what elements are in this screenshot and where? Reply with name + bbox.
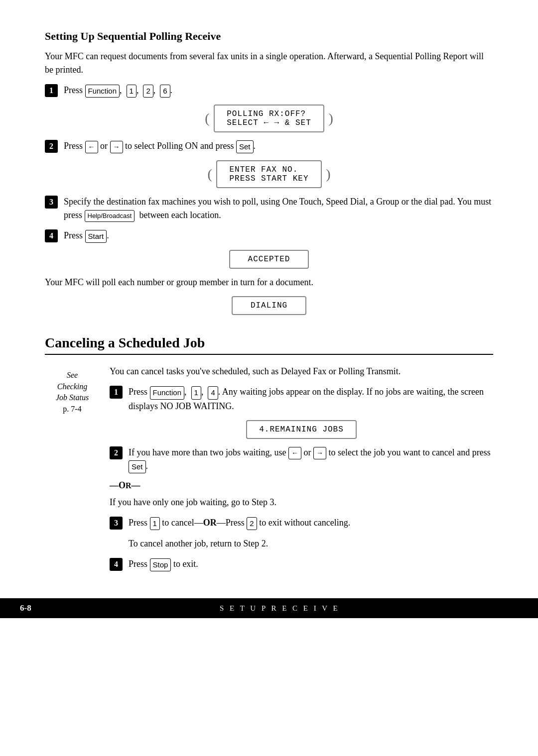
sidebar-see: See [67, 371, 78, 379]
cancel-step-1: 1 Press Function, 1, 4. Any waiting jobs… [110, 385, 493, 413]
key-1b[interactable]: 1 [191, 386, 201, 400]
cancel-step-4-content: Press Stop to exit. [129, 557, 493, 571]
step-2-polling: 2 Press ← or → to select Polling ON and … [45, 139, 493, 153]
key-2[interactable]: 2 [143, 85, 153, 98]
section-sequential-polling: Setting Up Sequential Polling Receive Yo… [45, 30, 493, 315]
step-3-content: Specify the destination fax machines you… [64, 195, 493, 222]
left-arrow-key[interactable]: ← [85, 141, 98, 153]
lcd-dialing-text: DIALING [251, 301, 287, 310]
start-key[interactable]: Start [85, 230, 107, 243]
step-3-polling: 3 Specify the destination fax machines y… [45, 195, 493, 222]
cancel-note: To cancel another job, return to Step 2. [129, 537, 493, 550]
cancel-step-3-content: Press 1 to cancel—OR—Press 2 to exit wit… [129, 516, 493, 530]
step-2-content: Press ← or → to select Polling ON and pr… [64, 139, 493, 153]
function-key[interactable]: Function [85, 85, 120, 98]
cancel-step-2-content: If you have more than two jobs waiting, … [129, 446, 493, 474]
key-1[interactable]: 1 [127, 85, 136, 98]
lcd-remaining-jobs-display: 4.REMAINING JOBS [246, 420, 357, 439]
key-6[interactable]: 6 [160, 85, 170, 98]
or-label: —OR— [110, 480, 493, 491]
cancel-step-4: 4 Press Stop to exit. [110, 557, 493, 571]
key-1c[interactable]: 1 [150, 517, 160, 531]
cancel-step-3: 3 Press 1 to cancel—OR—Press 2 to exit w… [110, 516, 493, 530]
or-text: If you have only one job waiting, go to … [110, 496, 493, 509]
lcd-line-4: PRESS START KEY [229, 174, 308, 183]
right-arrow-key[interactable]: → [110, 141, 123, 153]
step-num-1: 1 [45, 84, 58, 97]
step-1-content: Press Function, 1, 2, 6. [64, 84, 493, 98]
canceling-intro: You can cancel tasks you've scheduled, s… [110, 365, 493, 378]
step-num-2: 2 [45, 140, 58, 153]
section-title-polling: Setting Up Sequential Polling Receive [45, 30, 493, 43]
page-content: Setting Up Sequential Polling Receive Yo… [0, 0, 538, 618]
cancel-step-num-1: 1 [110, 386, 123, 399]
section-intro-polling: Your MFC can request documents from seve… [45, 50, 493, 77]
lcd-accepted: ACCEPTED [45, 250, 493, 269]
lcd-enter-fax: ( ) ENTER FAX NO. PRESS START KEY [45, 160, 493, 188]
step-4-polling: 4 Press Start. [45, 229, 493, 243]
step-1-polling: 1 Press Function, 1, 2, 6. [45, 84, 493, 98]
key-4[interactable]: 4 [208, 386, 218, 400]
step-4-content: Press Start. [64, 229, 493, 243]
lcd-polling-rx: ( ) POLLING RX:OFF? SELECT ← → & SET [45, 105, 493, 132]
lcd-accepted-text: ACCEPTED [248, 255, 290, 264]
key-2b[interactable]: 2 [247, 517, 257, 531]
left-arrow-key-2[interactable]: ← [288, 447, 301, 459]
lcd-remaining-jobs-text: 4.REMAINING JOBS [259, 425, 344, 434]
lcd-line-3: ENTER FAX NO. [229, 165, 308, 174]
lcd-line-1: POLLING RX:OFF? [227, 109, 311, 118]
stop-key[interactable]: Stop [150, 558, 171, 572]
sidebar-note: See Checking Job Status p. 7-4 [45, 370, 100, 415]
cancel-step-num-3: 3 [110, 517, 123, 530]
lcd-line-2: SELECT ← → & SET [227, 118, 311, 127]
page-number: 6-8 [15, 601, 36, 615]
cancel-step-num-4: 4 [110, 558, 123, 571]
section-title-canceling: Canceling a Scheduled Job [45, 335, 493, 355]
step-num-3: 3 [45, 196, 58, 209]
cancel-step-1-content: Press Function, 1, 4. Any waiting jobs a… [129, 385, 493, 413]
footer-bar: 6-8 S E T U P R E C E I V E [0, 598, 538, 618]
lcd-remaining-jobs: 4.REMAINING JOBS [110, 420, 493, 439]
set-key[interactable]: Set [236, 140, 254, 154]
sidebar-checking: Checking [57, 382, 87, 391]
cancel-step-num-2: 2 [110, 446, 123, 459]
lcd-dialing-display: DIALING [232, 296, 306, 315]
set-key-2[interactable]: Set [129, 460, 146, 474]
lcd-display-1: POLLING RX:OFF? SELECT ← → & SET [214, 105, 324, 132]
polling-after-text: Your MFC will poll each number or group … [45, 276, 493, 289]
footer-label: S E T U P R E C E I V E [220, 604, 340, 613]
sidebar-page-ref: p. 7-4 [63, 405, 81, 413]
lcd-accepted-display: ACCEPTED [229, 250, 309, 269]
lcd-dialing: DIALING [45, 296, 493, 315]
lcd-display-2: ENTER FAX NO. PRESS START KEY [216, 160, 321, 188]
help-broadcast-key[interactable]: Help/Broadcast [85, 210, 135, 222]
right-arrow-key-2[interactable]: → [313, 447, 326, 459]
step-num-4: 4 [45, 229, 58, 242]
function-key-2[interactable]: Function [150, 386, 185, 400]
sidebar-job-status: Job Status [56, 393, 89, 402]
cancel-step-2: 2 If you have more than two jobs waiting… [110, 446, 493, 474]
section-canceling-job: Canceling a Scheduled Job See Checking J… [45, 335, 493, 571]
canceling-main-content: You can cancel tasks you've scheduled, s… [110, 365, 493, 571]
